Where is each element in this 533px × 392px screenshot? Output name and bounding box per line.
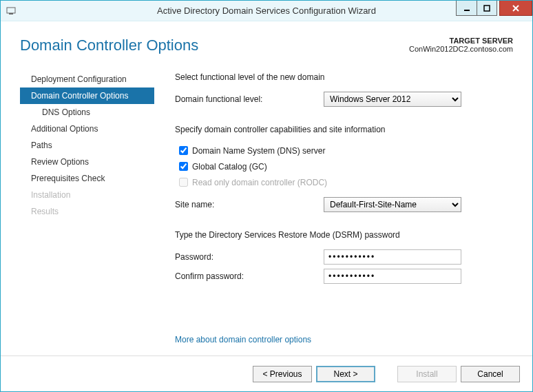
- confirm-password-input[interactable]: [324, 269, 461, 284]
- next-button[interactable]: Next >: [316, 366, 375, 382]
- sidebar-item-4[interactable]: Paths: [20, 137, 154, 154]
- sidebar-item-6[interactable]: Prerequisites Check: [20, 170, 154, 187]
- cancel-button[interactable]: Cancel: [461, 366, 520, 382]
- svg-rect-3: [484, 6, 490, 11]
- gc-checkbox-label[interactable]: Global Catalog (GC): [192, 162, 267, 172]
- close-button[interactable]: [499, 1, 532, 16]
- sidebar-item-3[interactable]: Additional Options: [20, 121, 154, 137]
- dns-checkbox-row: Domain Name System (DNS) server: [175, 144, 513, 157]
- sidebar-item-7: Installation: [20, 187, 154, 203]
- sidebar-item-8: Results: [20, 203, 154, 220]
- domain-level-select[interactable]: Windows Server 2012: [324, 92, 461, 107]
- previous-button[interactable]: < Previous: [253, 366, 312, 382]
- main-pane: Select functional level of the new domai…: [154, 71, 513, 355]
- confirm-password-label: Confirm password:: [175, 271, 324, 281]
- wizard-steps-sidebar: Deployment ConfigurationDomain Controlle…: [20, 71, 154, 355]
- window-controls: [456, 1, 532, 16]
- site-row: Site name: Default-First-Site-Name: [175, 197, 513, 212]
- dns-checkbox[interactable]: [179, 146, 188, 155]
- svg-rect-1: [9, 13, 13, 14]
- rodc-checkbox-row: Read only domain controller (RODC): [175, 176, 513, 189]
- sidebar-item-5[interactable]: Review Options: [20, 154, 154, 170]
- rodc-checkbox: [179, 178, 188, 187]
- app-icon: [5, 5, 17, 17]
- dns-checkbox-label[interactable]: Domain Name System (DNS) server: [192, 146, 325, 156]
- wizard-body: Domain Controller Options TARGET SERVER …: [1, 21, 532, 355]
- minimize-button[interactable]: [456, 1, 477, 16]
- rodc-checkbox-label: Read only domain controller (RODC): [192, 178, 327, 187]
- sidebar-item-0[interactable]: Deployment Configuration: [20, 71, 154, 87]
- capabilities-label: Specify domain controller capabilities a…: [175, 125, 513, 134]
- install-button: Install: [397, 366, 457, 382]
- titlebar: Active Directory Domain Services Configu…: [1, 1, 532, 21]
- gc-checkbox-row: Global Catalog (GC): [175, 160, 513, 173]
- gc-checkbox[interactable]: [179, 162, 188, 171]
- header-row: Domain Controller Options TARGET SERVER …: [20, 37, 513, 54]
- window-title: Active Directory Domain Services Configu…: [1, 6, 532, 16]
- sidebar-item-1[interactable]: Domain Controller Options: [20, 87, 154, 104]
- target-server-label: TARGET SERVER: [409, 37, 513, 45]
- domain-level-label: Domain functional level:: [175, 94, 324, 104]
- wizard-window: Active Directory Domain Services Configu…: [0, 0, 533, 392]
- page-title: Domain Controller Options: [20, 37, 198, 54]
- sidebar-item-2[interactable]: DNS Options: [20, 104, 154, 121]
- maximize-button[interactable]: [477, 1, 497, 16]
- target-server-box: TARGET SERVER ConWin2012DC2.contoso.com: [409, 37, 513, 53]
- select-level-label: Select functional level of the new domai…: [175, 72, 513, 82]
- footer: < Previous Next > Install Cancel: [1, 355, 532, 391]
- confirm-password-row: Confirm password:: [175, 269, 513, 284]
- domain-level-row: Domain functional level: Windows Server …: [175, 92, 513, 107]
- dsrm-label: Type the Directory Services Restore Mode…: [175, 230, 513, 240]
- more-about-link[interactable]: More about domain controller options: [175, 314, 513, 344]
- target-server-value: ConWin2012DC2.contoso.com: [409, 45, 513, 53]
- content-row: Deployment ConfigurationDomain Controlle…: [20, 71, 513, 355]
- site-select[interactable]: Default-First-Site-Name: [324, 197, 461, 212]
- password-row: Password:: [175, 249, 513, 265]
- password-input[interactable]: [324, 249, 461, 265]
- site-label: Site name:: [175, 200, 324, 209]
- svg-rect-0: [7, 8, 15, 13]
- password-label: Password:: [175, 252, 324, 262]
